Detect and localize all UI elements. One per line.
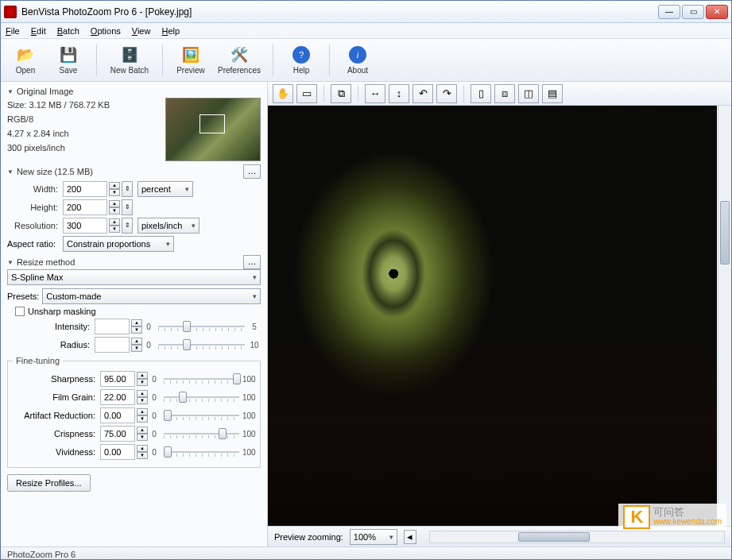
open-button[interactable]: 📂Open	[7, 42, 44, 79]
artifact-label: Artifact Reduction:	[13, 411, 100, 420]
crispness-slider[interactable]	[164, 427, 239, 441]
original-mode: RGB/8	[7, 112, 165, 126]
crispness-label: Crispness:	[13, 429, 100, 438]
split-grid-button[interactable]: ▤	[542, 84, 563, 103]
resolution-link-button[interactable]: ⇕	[122, 218, 133, 234]
menu-help[interactable]: Help	[161, 26, 180, 36]
new-size-options-button[interactable]: …	[243, 164, 261, 179]
vividness-slider[interactable]	[164, 445, 239, 459]
sharpness-input[interactable]	[100, 371, 135, 387]
preview-icon: 🖼️	[181, 45, 200, 64]
intensity-input[interactable]	[95, 319, 130, 334]
resize-method-combo[interactable]: S-Spline Max	[7, 269, 261, 285]
aspect-ratio-combo[interactable]: Constrain proportions	[63, 236, 174, 252]
tools-icon: 🛠️	[230, 45, 249, 64]
resolution-spinner[interactable]: ▲▼	[109, 218, 120, 233]
rotate-right-button[interactable]: ↷	[436, 84, 457, 103]
batch-icon: 🗄️	[120, 45, 139, 64]
rotate-left-button[interactable]: ↶	[412, 84, 433, 103]
height-link-button[interactable]: ⇕	[122, 199, 133, 215]
width-input[interactable]	[63, 181, 107, 197]
sharpness-spinner[interactable]: ▲▼	[137, 372, 148, 386]
menu-view[interactable]: View	[132, 26, 151, 36]
flip-horizontal-button[interactable]: ↔	[365, 84, 385, 103]
size-unit-combo[interactable]: percent	[137, 181, 193, 197]
original-size: Size: 3.12 MB / 768.72 KB	[7, 98, 165, 112]
main-toolbar: 📂Open 💾Save 🗄️New Batch 🖼️Preview 🛠️Pref…	[1, 39, 731, 82]
original-image-header[interactable]: Original Image	[7, 87, 261, 96]
vertical-scrollbar[interactable]	[718, 106, 731, 526]
radius-label: Radius:	[7, 340, 95, 350]
resize-method-options-button[interactable]: …	[243, 255, 261, 269]
menu-edit[interactable]: Edit	[31, 26, 46, 36]
intensity-spinner[interactable]: ▲▼	[131, 319, 142, 334]
fine-tuning-group: Fine-tuning Sharpness: ▲▼ 0 100 Film Gra…	[7, 356, 261, 468]
sharpness-label: Sharpness:	[13, 374, 100, 384]
vividness-label: Vividness:	[13, 447, 100, 457]
filmgrain-input[interactable]	[100, 389, 135, 405]
crispness-spinner[interactable]: ▲▼	[137, 427, 148, 441]
presets-combo[interactable]: Custom-made	[42, 288, 261, 304]
radius-spinner[interactable]: ▲▼	[131, 338, 142, 352]
height-input[interactable]	[63, 199, 107, 215]
width-spinner[interactable]: ▲▼	[109, 182, 120, 196]
thumbnail-navigator[interactable]	[165, 98, 261, 161]
resolution-input[interactable]	[63, 218, 107, 234]
split-none-button[interactable]: ▯	[471, 84, 491, 103]
artifact-spinner[interactable]: ▲▼	[137, 408, 148, 423]
statusbar: PhotoZoom Pro 6	[1, 546, 731, 560]
new-batch-button[interactable]: 🗄️New Batch	[107, 42, 153, 79]
crop-button[interactable]: ⧉	[331, 84, 351, 103]
toolbar-separator	[96, 44, 97, 76]
radius-slider[interactable]	[158, 338, 245, 352]
close-button[interactable]: ✕	[706, 5, 728, 19]
status-text: PhotoZoom Pro 6	[7, 550, 76, 559]
resize-profiles-button[interactable]: Resize Profiles...	[7, 474, 91, 492]
preferences-button[interactable]: 🛠️Preferences	[215, 42, 263, 79]
unsharp-checkbox[interactable]	[15, 307, 25, 316]
height-spinner[interactable]: ▲▼	[109, 200, 120, 214]
filmgrain-spinner[interactable]: ▲▼	[137, 390, 148, 404]
watermark: K 可问答 www.kewenda.com	[618, 504, 726, 531]
split-vertical-button[interactable]: ◫	[518, 84, 539, 103]
vividness-input[interactable]	[100, 444, 135, 460]
preview-zoom-label: Preview zooming:	[274, 532, 343, 542]
intensity-slider[interactable]	[158, 319, 245, 334]
artifact-slider[interactable]	[164, 408, 239, 423]
preview-viewport[interactable]	[268, 106, 717, 526]
original-dims: 4.27 x 2.84 inch	[7, 126, 165, 141]
crispness-input[interactable]	[100, 426, 135, 442]
preview-zoom-combo[interactable]: 100%	[350, 529, 397, 545]
width-link-button[interactable]: ⇕	[122, 181, 133, 197]
filmgrain-slider[interactable]	[164, 390, 239, 404]
folder-open-icon: 📂	[16, 45, 35, 64]
menu-batch[interactable]: Batch	[57, 26, 79, 36]
help-button[interactable]: ?Help	[283, 42, 320, 79]
resolution-unit-combo[interactable]: pixels/inch	[137, 218, 199, 234]
horizontal-scrollbar[interactable]	[429, 531, 725, 543]
menu-file[interactable]: File	[6, 26, 20, 36]
toolbar-separator	[273, 44, 273, 76]
new-size-header[interactable]: New size (12.5 MB)	[7, 167, 243, 176]
hand-tool-button[interactable]: ✋	[273, 84, 293, 103]
maximize-button[interactable]: ▭	[682, 5, 704, 19]
resolution-label: Resolution:	[7, 221, 63, 230]
app-icon	[4, 6, 17, 18]
artifact-input[interactable]	[100, 407, 135, 423]
vividness-spinner[interactable]: ▲▼	[137, 445, 148, 459]
preview-toolbar: ✋ ▭ ⧉ ↔ ↕ ↶ ↷ ▯ ⧈ ◫ ▤	[268, 82, 731, 106]
preview-button[interactable]: 🖼️Preview	[172, 42, 209, 79]
about-button[interactable]: iAbout	[339, 42, 376, 79]
radius-input[interactable]	[95, 337, 130, 353]
save-button[interactable]: 💾Save	[50, 42, 87, 79]
minimize-button[interactable]: —	[658, 5, 680, 19]
menu-options[interactable]: Options	[91, 26, 121, 36]
toolbar-separator	[329, 44, 330, 76]
zoom-out-button[interactable]: ◂	[404, 530, 416, 544]
resize-method-header[interactable]: Resize method	[7, 257, 243, 267]
marquee-tool-button[interactable]: ▭	[296, 84, 317, 103]
width-label: Width:	[7, 184, 63, 194]
sharpness-slider[interactable]	[164, 372, 239, 386]
flip-vertical-button[interactable]: ↕	[389, 84, 409, 103]
split-horizontal-button[interactable]: ⧈	[494, 84, 515, 103]
